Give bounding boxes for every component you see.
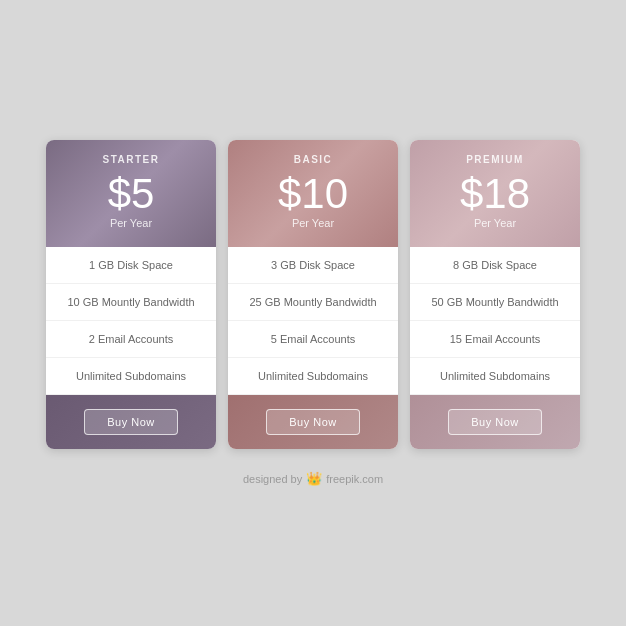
card-features-premium: 8 GB Disk Space50 GB Mountly Bandwidth15… <box>410 247 580 395</box>
feature-item-premium-3: Unlimited Subdomains <box>410 358 580 395</box>
pricing-cards: STARTER$5Per Year1 GB Disk Space10 GB Mo… <box>46 140 580 449</box>
buy-button-starter[interactable]: Buy Now <box>84 409 178 435</box>
feature-item-starter-3: Unlimited Subdomains <box>46 358 216 395</box>
feature-item-starter-1: 10 GB Mountly Bandwidth <box>46 284 216 321</box>
card-footer-basic: Buy Now <box>228 395 398 449</box>
card-features-starter: 1 GB Disk Space10 GB Mountly Bandwidth2 … <box>46 247 216 395</box>
card-header-starter: STARTER$5Per Year <box>46 140 216 247</box>
plan-period-premium: Per Year <box>420 217 570 229</box>
feature-item-starter-0: 1 GB Disk Space <box>46 247 216 284</box>
feature-item-basic-2: 5 Email Accounts <box>228 321 398 358</box>
footer-credit: designed by 👑 freepik.com <box>243 471 383 486</box>
plan-name-premium: PREMIUM <box>420 154 570 165</box>
crown-icon: 👑 <box>306 471 322 486</box>
plan-name-basic: BASIC <box>238 154 388 165</box>
plan-price-starter: $5 <box>56 173 206 215</box>
feature-item-premium-0: 8 GB Disk Space <box>410 247 580 284</box>
buy-button-basic[interactable]: Buy Now <box>266 409 360 435</box>
card-footer-starter: Buy Now <box>46 395 216 449</box>
pricing-card-premium: PREMIUM$18Per Year8 GB Disk Space50 GB M… <box>410 140 580 449</box>
buy-button-premium[interactable]: Buy Now <box>448 409 542 435</box>
feature-item-premium-1: 50 GB Mountly Bandwidth <box>410 284 580 321</box>
footer-text: designed by <box>243 473 302 485</box>
plan-price-basic: $10 <box>238 173 388 215</box>
pricing-card-basic: BASIC$10Per Year3 GB Disk Space25 GB Mou… <box>228 140 398 449</box>
plan-period-starter: Per Year <box>56 217 206 229</box>
card-header-basic: BASIC$10Per Year <box>228 140 398 247</box>
feature-item-basic-3: Unlimited Subdomains <box>228 358 398 395</box>
card-features-basic: 3 GB Disk Space25 GB Mountly Bandwidth5 … <box>228 247 398 395</box>
feature-item-starter-2: 2 Email Accounts <box>46 321 216 358</box>
pricing-card-starter: STARTER$5Per Year1 GB Disk Space10 GB Mo… <box>46 140 216 449</box>
feature-item-premium-2: 15 Email Accounts <box>410 321 580 358</box>
card-header-premium: PREMIUM$18Per Year <box>410 140 580 247</box>
plan-period-basic: Per Year <box>238 217 388 229</box>
feature-item-basic-1: 25 GB Mountly Bandwidth <box>228 284 398 321</box>
feature-item-basic-0: 3 GB Disk Space <box>228 247 398 284</box>
card-footer-premium: Buy Now <box>410 395 580 449</box>
plan-name-starter: STARTER <box>56 154 206 165</box>
plan-price-premium: $18 <box>420 173 570 215</box>
brand-text: freepik.com <box>326 473 383 485</box>
